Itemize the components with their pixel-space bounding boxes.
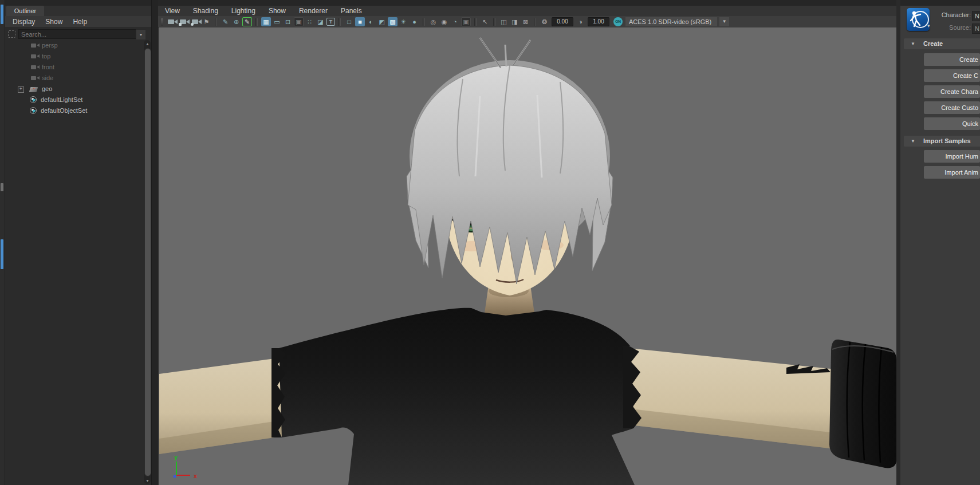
gamma-field[interactable]: 1.00 [588,17,609,26]
toolbar-separator [474,18,477,26]
scroll-up-icon[interactable]: ▲ [144,41,151,47]
camera-icon [31,65,36,69]
import-samples-section-title: Import Samples [923,136,971,147]
dock-accent-lower[interactable] [1,239,3,269]
dock-accent-top[interactable] [1,5,3,24]
outliner-item-geo[interactable]: + → geo [5,84,141,94]
viewport-menu-panels[interactable]: Panels [341,7,362,15]
outliner-item-persp[interactable]: persp [5,40,141,51]
lock-camera-icon[interactable] [180,19,186,24]
axis-z-dot [174,475,176,478]
grid-toggle-icon[interactable]: ▦ [261,17,271,26]
film-gate-icon[interactable]: ▭ [272,17,282,26]
material-ball-icon[interactable]: ◐ [366,17,376,26]
viewport-menu-shading[interactable]: Shading [193,7,218,15]
outliner-item-front[interactable]: front [5,62,141,73]
camera-arc-icon[interactable]: ◔ [450,17,460,26]
axis-gizmo: x y [174,454,198,479]
toolbar-drag-handle[interactable] [161,18,163,26]
gate-mask-icon[interactable]: ▣ [294,17,304,26]
camera-icon [31,44,36,48]
viewport-panel: View Shading Lighting Show Renderer Pane… [158,0,896,485]
import-animation-sample-button[interactable]: Import Anim [924,166,980,179]
axis-x-label: x [194,472,198,479]
outliner-filter-icon[interactable] [8,30,15,38]
import-human-sample-button[interactable]: Import Hum [924,150,980,163]
toolbar-separator [423,18,425,26]
outliner-menu-show[interactable]: Show [45,18,62,26]
image-plane-icon[interactable]: ◪ [316,17,325,26]
wireframe-display-icon[interactable]: □ [344,17,354,26]
resolution-gate-icon[interactable]: ⊡ [283,17,293,26]
create-control-rig-button[interactable]: Create C [924,69,980,82]
wireframe-on-shaded-icon[interactable]: ▩ [388,17,397,26]
create-section-header[interactable]: ▼ Create [904,38,980,49]
outliner-item-label: top [42,53,50,60]
outliner-search-dropdown-icon[interactable]: ▼ [136,29,146,40]
paint-tool-icon[interactable]: ✎ [221,17,230,26]
viewport-chrome-strip [158,0,896,6]
scroll-down-icon[interactable]: ▼ [144,478,151,484]
smooth-shade-icon[interactable]: ■ [355,17,365,26]
chevron-down-icon[interactable]: ▼ [719,17,729,26]
collapse-triangle-icon: ▼ [911,38,915,49]
exposure-field[interactable]: 0.00 [552,17,573,26]
xray-icon[interactable]: ◫ [499,17,509,26]
right-panel-chrome [900,0,980,6]
create-custom-rig-button[interactable]: Create Custo [924,101,980,114]
outliner-menu-help[interactable]: Help [73,18,87,26]
outliner-menubar: Display Show Help [5,16,151,27]
select-camera-icon[interactable] [168,19,174,24]
isolate-select-icon[interactable]: ↖ [480,17,490,26]
collapse-triangle-icon: ▼ [911,136,915,147]
outliner-item-side[interactable]: side [5,73,141,84]
dock-accent-mid[interactable] [1,183,3,191]
outliner-item-label: side [42,74,53,81]
character-head [407,38,613,295]
contrast-icon[interactable]: ◑ [576,17,585,26]
outliner-item-label: front [42,64,54,70]
outliner-item-defaultlightset[interactable]: defaultLightSet [5,94,141,105]
character-controls-panel: ▾ Character: N Source: N ▼ Create Create… [900,6,980,485]
outliner-item-label: defaultObjectSet [41,107,87,114]
bookmark-icon[interactable]: ⚑ [202,17,211,26]
viewport-menu-show[interactable]: Show [269,7,286,15]
outliner-scrollbar-thumb[interactable] [144,48,151,476]
viewport-menu-lighting[interactable]: Lighting [231,7,255,15]
texture-placement-icon[interactable]: T [326,18,335,26]
outliner-item-defaultobjectset[interactable]: defaultObjectSet [5,105,141,116]
use-all-lights-icon[interactable]: ☀ [399,17,408,26]
outliner-tab-row: Outliner [5,6,151,16]
exposure-icon[interactable]: ❂ [540,17,549,26]
multisample-icon[interactable]: ▣ [461,17,471,26]
create-character-definition-button[interactable]: Create Chara [924,85,980,98]
viewport-menu-view[interactable]: View [165,7,180,15]
import-samples-section-header[interactable]: ▼ Import Samples [904,136,980,147]
character-select[interactable]: N [972,11,980,21]
humanik-dropdown-icon[interactable]: ▾ [927,23,930,29]
outliner-search-input[interactable] [18,29,136,39]
clip-region-icon[interactable]: ⊠ [521,17,530,26]
ambient-occlusion-icon[interactable]: ◎ [428,17,438,26]
source-select[interactable]: N [972,23,980,34]
viewport-menu-renderer[interactable]: Renderer [299,7,328,15]
camera-attributes-icon[interactable] [192,19,198,24]
viewport-canvas[interactable]: x y [159,27,896,485]
color-management-toggle[interactable]: ON [613,17,623,26]
colorspace-dropdown[interactable]: ACES 1.0 SDR-video (sRGB) [625,17,717,26]
outliner-item-top[interactable]: top [5,51,141,62]
field-chart-icon[interactable]: ∷ [305,17,314,26]
expand-plus-icon[interactable]: + [18,86,24,93]
humanik-logo-icon[interactable] [907,8,930,31]
outliner-tab[interactable]: Outliner [6,6,44,16]
textured-display-icon[interactable]: ◩ [377,17,387,26]
grease-pencil-icon[interactable]: ✎ [242,17,252,26]
create-skeleton-button[interactable]: Create [924,53,980,66]
axis-y-label: y [174,454,178,460]
xray-joints-icon[interactable]: ◨ [510,17,519,26]
quick-rig-button[interactable]: Quick [924,117,980,130]
motion-blur-icon[interactable]: ◉ [439,17,449,26]
pan-zoom-icon[interactable]: ⊕ [231,17,241,26]
shadows-icon[interactable]: ● [410,17,419,26]
outliner-menu-display[interactable]: Display [13,18,35,26]
